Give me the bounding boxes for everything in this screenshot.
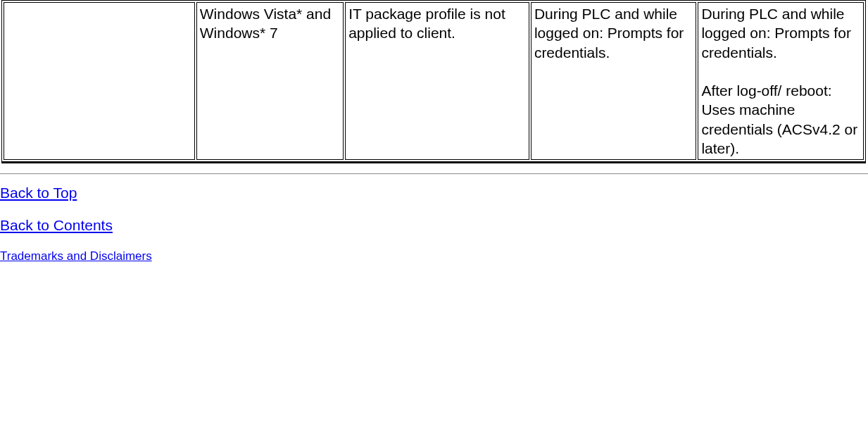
cell-plc-1: During PLC and while logged on: Prompts … <box>531 2 697 160</box>
trademarks-link[interactable]: Trademarks and Disclaimers <box>0 249 152 263</box>
footer-links: Back to Top Back to Contents Trademarks … <box>0 185 868 263</box>
cell-plc-2-p2: After log-off/ reboot: Uses machine cred… <box>701 81 860 158</box>
compatibility-table: Windows Vista* and Windows* 7 IT package… <box>1 0 866 163</box>
back-to-contents-link[interactable]: Back to Contents <box>0 217 113 234</box>
cell-blank <box>4 2 195 160</box>
cell-plc-2-p1: During PLC and while logged on: Prompts … <box>701 4 860 62</box>
divider <box>0 173 868 175</box>
cell-os: Windows Vista* and Windows* 7 <box>196 2 344 160</box>
back-to-top-link[interactable]: Back to Top <box>0 185 77 201</box>
table-row: Windows Vista* and Windows* 7 IT package… <box>4 2 864 160</box>
cell-plc-2: During PLC and while logged on: Prompts … <box>698 2 864 160</box>
cell-package: IT package profile is not applied to cli… <box>345 2 529 160</box>
